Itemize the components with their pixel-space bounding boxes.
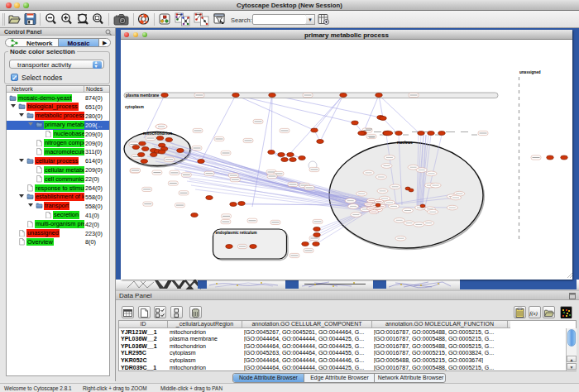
svg-text:f(x): f(x) bbox=[529, 310, 538, 317]
svg-text:nucleus: nucleus bbox=[397, 140, 413, 145]
svg-text:plasma membrane: plasma membrane bbox=[126, 93, 160, 98]
svg-text:endoplasmic reticulum: endoplasmic reticulum bbox=[216, 231, 257, 235]
svg-text:unassigned: unassigned bbox=[519, 70, 541, 74]
svg-text:cytoplasm: cytoplasm bbox=[125, 105, 144, 109]
svg-text:mitochondrion: mitochondrion bbox=[143, 131, 172, 136]
